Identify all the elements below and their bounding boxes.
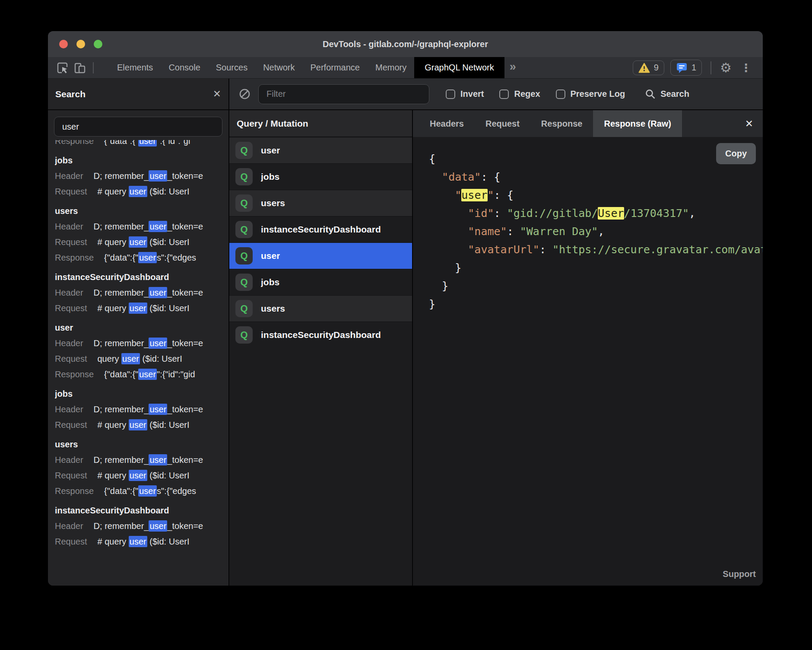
tab-network[interactable]: Network bbox=[255, 57, 302, 78]
highlighted-match: user bbox=[138, 485, 157, 497]
checkbox-invert[interactable]: Invert bbox=[446, 89, 484, 99]
search-result-line[interactable]: HeaderD; remember_user_token=e bbox=[55, 401, 222, 417]
devtools-tab-strip: ElementsConsoleSourcesNetworkPerformance… bbox=[109, 57, 504, 78]
query-row-instancesecuritydashboard[interactable]: QinstanceSecurityDashboard bbox=[229, 322, 412, 348]
tab-request[interactable]: Request bbox=[475, 110, 530, 137]
search-result-line[interactable]: Response{"data":{"users":{"edges bbox=[55, 250, 222, 265]
close-detail-icon[interactable]: ✕ bbox=[736, 118, 763, 130]
checkbox-box[interactable] bbox=[499, 89, 509, 99]
json-token: "data" bbox=[442, 171, 481, 183]
search-result-line[interactable]: HeaderD; remember_user_token=e bbox=[55, 518, 222, 534]
result-line-label: Header bbox=[55, 222, 83, 231]
search-result-line[interactable]: Request# query user ($id: UserI bbox=[55, 534, 222, 549]
highlighted-match: user bbox=[129, 419, 147, 430]
search-input[interactable] bbox=[54, 117, 222, 137]
search-result-line[interactable]: HeaderD; remember_user_token=e bbox=[55, 285, 222, 300]
search-group-title: jobs bbox=[55, 386, 222, 401]
search-result-line[interactable]: Request# query user ($id: UserI bbox=[55, 417, 222, 433]
tab-response-raw[interactable]: Response (Raw) bbox=[593, 110, 682, 137]
json-line: } bbox=[429, 295, 763, 313]
tab-graphql-network[interactable]: GraphQL Network bbox=[414, 57, 504, 78]
query-row-label: instanceSecurityDashboard bbox=[261, 224, 381, 235]
query-row-label: user bbox=[261, 145, 280, 156]
search-result-line[interactable]: Request# query user ($id: UserI bbox=[55, 300, 222, 316]
highlighted-match: user bbox=[129, 470, 147, 481]
checkbox-box[interactable] bbox=[446, 89, 455, 99]
query-row-user[interactable]: Quser bbox=[229, 137, 412, 163]
tab-console[interactable]: Console bbox=[161, 57, 208, 78]
search-result-line[interactable]: Request# query user ($id: UserI bbox=[55, 234, 222, 250]
main-area: Search ✕ Response{"data":{"user":{"id":"… bbox=[48, 79, 763, 586]
result-line-label: Header bbox=[55, 455, 83, 465]
search-result-line[interactable]: HeaderD; remember_user_token=e bbox=[55, 452, 222, 468]
tab-headers[interactable]: Headers bbox=[419, 110, 475, 137]
result-text: ($id: UserI bbox=[147, 471, 190, 480]
device-toolbar-icon[interactable] bbox=[71, 59, 89, 76]
filter-input[interactable] bbox=[258, 84, 429, 104]
search-group-title: instanceSecurityDashboard bbox=[55, 503, 222, 518]
query-type-icon: Q bbox=[235, 221, 253, 238]
support-link[interactable]: Support bbox=[723, 569, 756, 579]
highlighted-match: user bbox=[149, 287, 167, 298]
checkbox-preserve-log[interactable]: Preserve Log bbox=[556, 89, 625, 99]
copy-button[interactable]: Copy bbox=[716, 143, 756, 164]
settings-gear-icon[interactable]: ⚙ bbox=[720, 61, 732, 74]
query-list: QuserQjobsQusersQinstanceSecurityDashboa… bbox=[229, 137, 412, 586]
checkbox-regex[interactable]: Regex bbox=[499, 89, 540, 99]
result-text: _token=e bbox=[167, 455, 203, 465]
search-result-line[interactable]: Response{"data":{"user":{"id":"gi bbox=[55, 140, 222, 149]
query-row-users[interactable]: Qusers bbox=[229, 295, 412, 322]
search-result-line[interactable]: Requestquery user ($id: UserI bbox=[55, 351, 222, 366]
search-result-line[interactable]: HeaderD; remember_user_token=e bbox=[55, 168, 222, 184]
search-result-line[interactable]: Response{"data":{"users":{"edges bbox=[55, 483, 222, 499]
inspect-icon[interactable] bbox=[54, 59, 71, 76]
highlighted-match: user bbox=[129, 236, 147, 248]
result-text: _token=e bbox=[167, 222, 203, 231]
result-text: # query bbox=[98, 303, 129, 313]
tab-elements[interactable]: Elements bbox=[109, 57, 161, 78]
toolbar-right: 9 1 ⚙ ⋮ bbox=[633, 60, 763, 76]
close-search-icon[interactable]: ✕ bbox=[213, 88, 221, 100]
tab-performance[interactable]: Performance bbox=[303, 57, 368, 78]
window-title: DevTools - gitlab.com/-/graphql-explorer bbox=[48, 39, 763, 49]
tab-sources[interactable]: Sources bbox=[208, 57, 255, 78]
result-text: D; remember_ bbox=[94, 521, 149, 531]
json-token bbox=[429, 189, 455, 201]
query-row-user[interactable]: Quser bbox=[229, 242, 412, 269]
filter-checkboxes: InvertRegexPreserve Log bbox=[446, 89, 625, 99]
search-highlight: User bbox=[598, 207, 624, 220]
query-type-icon: Q bbox=[235, 142, 253, 159]
result-text: # query bbox=[98, 537, 129, 546]
more-tabs-icon[interactable]: » bbox=[510, 60, 516, 73]
query-row-users[interactable]: Qusers bbox=[229, 190, 412, 216]
query-row-jobs[interactable]: Qjobs bbox=[229, 269, 412, 295]
result-line-label: Header bbox=[55, 171, 83, 181]
warnings-badge[interactable]: 9 bbox=[633, 61, 664, 75]
json-token: : bbox=[494, 207, 507, 220]
tab-memory[interactable]: Memory bbox=[368, 57, 414, 78]
tab-response[interactable]: Response bbox=[530, 110, 593, 137]
result-text: _token=e bbox=[167, 521, 203, 531]
result-line-label: Response bbox=[55, 370, 94, 379]
search-result-line[interactable]: Request# query user ($id: UserI bbox=[55, 468, 222, 483]
search-panel: Search ✕ Response{"data":{"user":{"id":"… bbox=[48, 79, 229, 586]
query-row-instancesecuritydashboard[interactable]: QinstanceSecurityDashboard bbox=[229, 216, 412, 242]
search-result-line[interactable]: Request# query user ($id: UserI bbox=[55, 184, 222, 199]
result-text: s":{"edges bbox=[157, 486, 196, 496]
search-result-line[interactable]: Response{"data":{"user":{"id":"gid bbox=[55, 366, 222, 382]
message-count: 1 bbox=[691, 63, 696, 73]
result-line-label: Request bbox=[55, 354, 87, 363]
clear-icon[interactable] bbox=[239, 88, 251, 100]
messages-badge[interactable]: 1 bbox=[670, 60, 702, 76]
search-result-line[interactable]: HeaderD; remember_user_token=e bbox=[55, 219, 222, 234]
query-row-jobs[interactable]: Qjobs bbox=[229, 163, 412, 190]
search-toggle[interactable]: Search bbox=[645, 89, 689, 99]
search-result-line[interactable]: HeaderD; remember_user_token=e bbox=[55, 335, 222, 351]
result-text: ($id: UserI bbox=[147, 420, 190, 430]
checkbox-box[interactable] bbox=[556, 89, 565, 99]
json-token: , bbox=[689, 207, 695, 220]
result-text: ($id: UserI bbox=[140, 354, 182, 363]
kebab-menu-icon[interactable]: ⋮ bbox=[738, 62, 754, 73]
query-type-icon: Q bbox=[235, 300, 253, 317]
devtools-window: DevTools - gitlab.com/-/graphql-explorer… bbox=[48, 31, 763, 586]
